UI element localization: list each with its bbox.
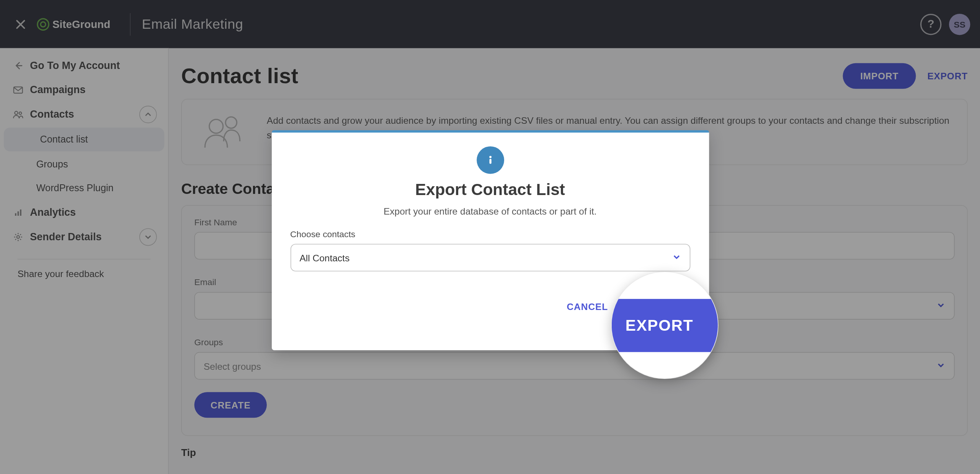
choose-contacts-label: Choose contacts — [290, 229, 690, 239]
modal-description: Export your entire database of contacts … — [384, 206, 597, 216]
svg-point-12 — [489, 156, 491, 158]
cancel-button[interactable]: CANCEL — [567, 302, 608, 312]
choose-contacts-select[interactable]: All Contacts — [290, 244, 690, 271]
zoom-export-button: EXPORT — [612, 299, 718, 352]
modal-title: Export Contact List — [415, 180, 565, 200]
chevron-down-icon — [672, 253, 681, 263]
zoom-highlight: EXPORT — [611, 271, 719, 379]
choose-contacts-value: All Contacts — [300, 253, 350, 263]
info-icon — [476, 146, 504, 174]
svg-rect-13 — [489, 159, 491, 164]
